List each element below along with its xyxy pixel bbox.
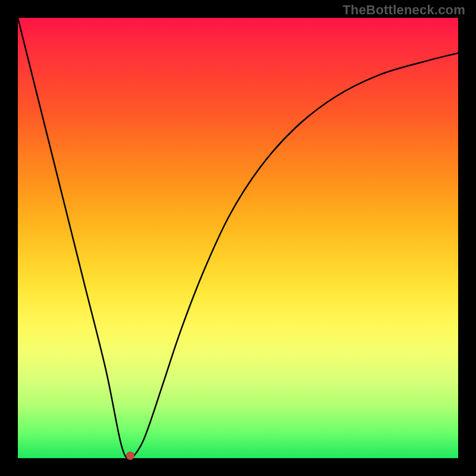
optimal-point-marker xyxy=(126,452,134,460)
watermark-text: TheBottleneck.com xyxy=(343,2,465,18)
bottleneck-curve xyxy=(18,18,458,458)
plot-area xyxy=(18,18,458,458)
chart-frame: TheBottleneck.com xyxy=(0,0,476,476)
